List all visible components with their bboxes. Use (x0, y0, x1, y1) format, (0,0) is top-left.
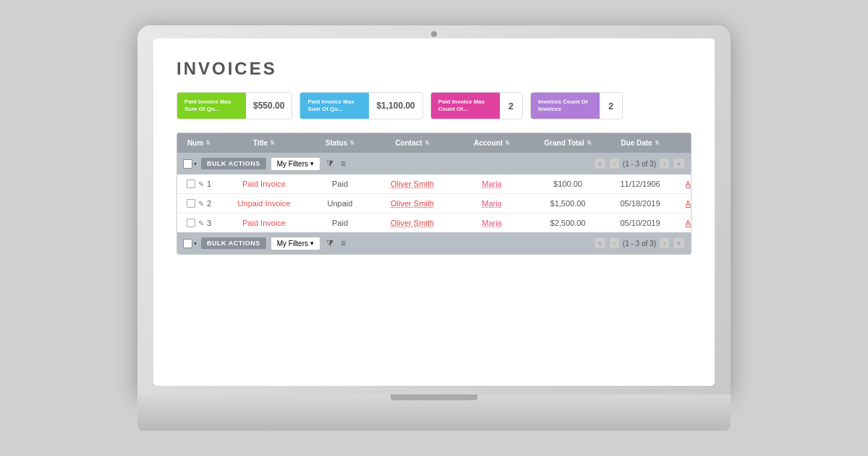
table-row: ✎ 3 Paid Invoice Paid Oliver Smith (177, 214, 691, 232)
laptop-screen: INVOICES Paid Invoice Max Sum Of Qu... $… (153, 38, 715, 386)
row-2-contact[interactable]: Oliver Smith (373, 198, 452, 209)
summary-card-4: Invoices Count Of Invoices 2 (530, 92, 623, 119)
checkbox-box[interactable] (183, 159, 192, 169)
sort-status-icon: ⇅ (349, 140, 354, 146)
row-1-account[interactable]: Maria (452, 178, 532, 190)
card-4-label: Invoices Count Of Invoices (531, 93, 600, 119)
checkbox-dropdown-arrow-bottom[interactable]: ▾ (194, 240, 197, 247)
card-1-value: $550.00 (246, 98, 292, 114)
row-2-actions: ✎ 2 (177, 198, 221, 209)
row-3-edit-icon[interactable]: ✎ (198, 219, 204, 227)
col-status: Status ⇅ (307, 139, 373, 147)
sort-num-icon: ⇅ (205, 140, 210, 146)
col-title: Title ⇅ (221, 139, 307, 147)
checkbox-dropdown-arrow[interactable]: ▾ (194, 161, 197, 167)
table-row: ✎ 2 Unpaid Invoice Unpaid Oliver Smith (177, 194, 691, 214)
row-2-due-date: 05/18/2019 (604, 198, 676, 209)
row-1-user[interactable]: Administrator (676, 178, 692, 190)
filter-icon-button[interactable]: ⧩ (325, 157, 335, 170)
row-3-checkbox[interactable] (187, 219, 195, 227)
summary-card-2: Paid Invoice Max Sum Of Qu... $1,100.00 (299, 92, 422, 119)
sort-due-icon: ⇅ (655, 140, 660, 146)
filters-dropdown-arrow: ▾ (310, 160, 314, 167)
page-info-top: (1 - 3 of 3) (623, 160, 656, 168)
my-filters-button[interactable]: My Filters ▾ (271, 157, 320, 171)
row-1-due-date: 11/12/1906 (604, 178, 676, 190)
summary-card-3: Paid Invoice Max Count Of... 2 (430, 92, 523, 119)
row-2-total: $1,500.00 (532, 198, 604, 209)
sort-total-icon: ⇅ (587, 140, 592, 146)
row-2-account[interactable]: Maria (452, 198, 532, 209)
next-page-button[interactable]: › (659, 158, 670, 169)
first-page-button[interactable]: « (594, 158, 606, 169)
col-user: User ⇅ (676, 139, 692, 147)
col-account: Account ⇅ (452, 139, 532, 147)
bulk-actions-button-bottom[interactable]: BULK ACTIONS (201, 237, 266, 249)
row-3-title[interactable]: Paid Invoice (221, 217, 307, 229)
next-page-button-bottom[interactable]: › (659, 237, 670, 249)
sort-title-icon: ⇅ (270, 140, 275, 146)
last-page-button[interactable]: » (673, 158, 685, 169)
last-page-button-bottom[interactable]: » (673, 237, 685, 249)
invoices-table: Num ⇅ Title ⇅ Status ⇅ Contact (176, 132, 692, 255)
row-2-status: Unpaid (307, 198, 373, 209)
columns-icon-button[interactable]: ≡ (339, 157, 347, 170)
prev-page-button[interactable]: ‹ (609, 158, 620, 169)
row-3-status: Paid (307, 217, 373, 229)
row-2-title[interactable]: Unpaid Invoice (221, 198, 307, 209)
screen-content: INVOICES Paid Invoice Max Sum Of Qu... $… (153, 38, 715, 386)
filters-dropdown-arrow-bottom: ▾ (310, 240, 314, 247)
col-contact: Contact ⇅ (373, 139, 452, 147)
sort-contact-icon: ⇅ (425, 140, 430, 146)
row-1-actions: ✎ 1 (177, 178, 221, 190)
sort-account-icon: ⇅ (505, 140, 510, 146)
my-filters-button-bottom[interactable]: My Filters ▾ (271, 237, 320, 250)
row-1-edit-icon[interactable]: ✎ (198, 180, 204, 188)
select-all-checkbox[interactable]: ▾ (183, 159, 197, 169)
row-1-status: Paid (307, 178, 373, 190)
col-grand-total: Grand Total ⇅ (532, 139, 604, 147)
pagination-bottom: « ‹ (1 - 3 of 3) › » (594, 237, 685, 249)
bulk-actions-button[interactable]: BULK ACTIONS (201, 158, 266, 169)
row-3-account[interactable]: Maria (452, 217, 532, 229)
card-2-value: $1,100.00 (369, 98, 422, 114)
screen-bezel: INVOICES Paid Invoice Max Sum Of Qu... $… (137, 25, 731, 394)
table-toolbar-top: ▾ BULK ACTIONS My Filters ▾ ⧩ ≡ « ‹ (1 -… (177, 153, 691, 174)
laptop-container: INVOICES Paid Invoice Max Sum Of Qu... $… (137, 25, 731, 431)
table-toolbar-bottom: ▾ BULK ACTIONS My Filters ▾ ⧩ ≡ « ‹ (1 -… (177, 232, 691, 254)
table-header: Num ⇅ Title ⇅ Status ⇅ Contact (177, 133, 691, 153)
card-3-label: Paid Invoice Max Count Of... (431, 93, 500, 119)
page-info-bottom: (1 - 3 of 3) (623, 240, 656, 248)
row-1-num: 1 (207, 180, 211, 188)
row-2-checkbox[interactable] (187, 199, 195, 208)
card-3-count: 2 (500, 98, 522, 114)
prev-page-button-bottom[interactable]: ‹ (609, 237, 620, 249)
col-due-date: Due Date ⇅ (604, 139, 676, 147)
row-3-actions: ✎ 3 (177, 217, 221, 229)
card-1-label: Paid Invoice Max Sum Of Qu... (177, 93, 246, 119)
col-num: Num ⇅ (177, 139, 221, 147)
laptop-base (137, 394, 731, 431)
columns-icon-button-bottom[interactable]: ≡ (339, 237, 347, 250)
row-2-num: 2 (207, 199, 211, 208)
summary-card-1: Paid Invoice Max Sum Of Qu... $550.00 (176, 92, 292, 119)
select-all-checkbox-bottom[interactable]: ▾ (183, 239, 197, 248)
row-3-user[interactable]: Administrator (676, 217, 692, 229)
row-1-checkbox[interactable] (187, 180, 195, 188)
checkbox-box-bottom[interactable] (183, 239, 192, 248)
table-row: ✎ 1 Paid Invoice Paid Oliver Smith (177, 174, 691, 194)
row-1-title[interactable]: Paid Invoice (221, 178, 307, 190)
row-2-user[interactable]: Administrator (676, 198, 692, 209)
page-title: INVOICES (176, 59, 692, 79)
row-3-contact[interactable]: Oliver Smith (373, 217, 452, 229)
row-1-contact[interactable]: Oliver Smith (373, 178, 452, 190)
table-body: ✎ 1 Paid Invoice Paid Oliver Smith (177, 174, 691, 232)
camera (431, 31, 437, 37)
pagination-top: « ‹ (1 - 3 of 3) › » (594, 158, 685, 169)
first-page-button-bottom[interactable]: « (594, 237, 606, 249)
card-2-label: Paid Invoice Max Sum Of Qu... (300, 93, 369, 119)
row-3-due-date: 05/10/2019 (604, 217, 676, 229)
filter-icon-button-bottom[interactable]: ⧩ (325, 237, 335, 250)
row-1-total: $100.00 (532, 178, 604, 190)
row-2-edit-icon[interactable]: ✎ (198, 200, 204, 208)
